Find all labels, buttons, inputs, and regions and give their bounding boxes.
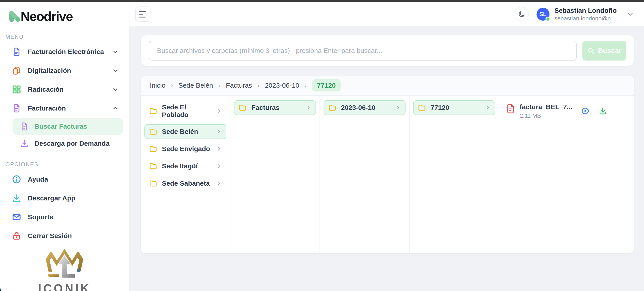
chevron-down-icon — [112, 86, 119, 93]
folder-name: Sede Belén — [162, 128, 198, 135]
user-name: Sebastian Londoño — [554, 6, 617, 15]
folder-name: Sede El Poblado — [162, 103, 211, 119]
dark-mode-toggle[interactable] — [514, 7, 529, 21]
folder-name: Sede Sabaneta — [162, 180, 210, 187]
column-77120: 77120 — [410, 96, 499, 253]
chevron-right-icon — [216, 146, 222, 152]
column-facturas: Facturas — [230, 96, 320, 253]
folder-name: Facturas — [252, 104, 280, 111]
menu-section-label: MENÚ — [5, 34, 129, 40]
explorer-card: Inicio › Sede Belén › Facturas › 2023-06… — [141, 76, 634, 253]
eye-icon — [581, 107, 590, 115]
folder-icon — [149, 127, 158, 136]
breadcrumb-item-77120[interactable]: 77120 — [312, 79, 340, 92]
folder-icon — [149, 107, 158, 115]
chevron-right-icon — [395, 105, 401, 111]
chevron-down-icon — [112, 49, 119, 55]
breadcrumb: Inicio › Sede Belén › Facturas › 2023-06… — [141, 76, 634, 96]
folder-icon — [149, 145, 158, 153]
folder-item-77120[interactable]: 77120 — [413, 100, 495, 115]
folder-icon — [149, 179, 158, 188]
folder-item-sede-sabaneta[interactable]: Sede Sabaneta — [144, 176, 226, 191]
copy-icon — [12, 66, 22, 76]
download-icon — [598, 107, 607, 115]
options-section-label: OPCIONES — [5, 161, 129, 168]
online-status-dot — [546, 17, 550, 22]
sidebar-item-cerrar-sesion[interactable]: Cerrar Sesión — [0, 226, 129, 245]
sidebar-item-label: Facturación Electrónica — [28, 48, 104, 56]
breadcrumb-separator: › — [304, 82, 306, 89]
column-files: factura_BEL_7... 2.11 MB — [499, 96, 634, 253]
app-title: Neodrive — [20, 9, 72, 24]
folder-icon — [418, 103, 426, 112]
chevron-right-icon — [484, 105, 490, 111]
column-fecha: 2023-06-10 — [320, 96, 410, 253]
user-email: sebastian.londono@n... — [554, 15, 617, 22]
preview-file-button[interactable] — [581, 107, 590, 115]
sidebar-item-descargar-app[interactable]: Descargar App — [0, 189, 129, 208]
breadcrumb-item-facturas[interactable]: Facturas — [226, 82, 252, 89]
sidebar-item-ayuda[interactable]: Ayuda — [0, 170, 129, 189]
download-icon — [12, 193, 22, 203]
document-icon — [20, 122, 29, 131]
sidebar-item-label: Facturación — [28, 105, 66, 112]
breadcrumb-item-sede-belen[interactable]: Sede Belén — [178, 82, 213, 89]
folder-name: Sede Envigado — [162, 145, 210, 153]
search-card: Buscar — [141, 36, 634, 66]
search-button-label: Buscar — [598, 47, 622, 55]
column-sedes: Sede El Poblado Sede Belén — [141, 96, 230, 253]
file-size: 2.11 MB — [520, 112, 572, 120]
sidebar-item-facturacion[interactable]: Facturación — [0, 99, 129, 118]
sidebar-item-label: Digitalización — [28, 67, 71, 74]
top-strip — [0, 0, 644, 2]
pdf-file-icon — [506, 103, 515, 114]
main-area: SL Sebastian Londoño sebastian.londono@n… — [130, 2, 644, 291]
chevron-right-icon — [305, 105, 312, 111]
breadcrumb-item-fecha[interactable]: 2023-06-10 — [265, 82, 299, 89]
sidebar-item-label: Radicación — [28, 86, 64, 93]
chevron-right-icon — [216, 163, 222, 169]
search-button[interactable]: Buscar — [582, 41, 626, 61]
sidebar-item-digitalizacion[interactable]: Digitalización — [0, 61, 129, 80]
sidebar-item-label: Soporte — [28, 213, 53, 221]
partner-logo-text: ICONIK — [0, 281, 129, 291]
sidebar-item-soporte[interactable]: Soporte — [0, 208, 129, 226]
folder-item-facturas[interactable]: Facturas — [234, 100, 316, 115]
search-input[interactable] — [149, 41, 576, 61]
download-icon — [20, 139, 29, 148]
avatar[interactable]: SL — [536, 8, 550, 21]
breadcrumb-separator: › — [218, 82, 220, 89]
sidebar-item-radicacion[interactable]: Radicación — [0, 80, 129, 99]
sidebar-subitem-descarga-por-demanda[interactable]: Descarga por Demanda — [12, 135, 123, 152]
file-name: factura_BEL_7... — [520, 102, 572, 111]
folder-item-sede-belen[interactable]: Sede Belén — [144, 124, 226, 139]
user-menu-chevron[interactable] — [626, 10, 634, 18]
folder-name: Sede Itagüí — [162, 162, 198, 170]
sidebar-item-label: Cerrar Sesión — [28, 232, 72, 240]
app-logo: Neodrive — [0, 2, 129, 24]
info-icon — [12, 174, 22, 184]
user-meta: Sebastian Londoño sebastian.londono@n... — [554, 6, 617, 22]
chevron-up-icon — [112, 105, 119, 112]
main-header: SL Sebastian Londoño sebastian.londono@n… — [130, 2, 644, 26]
search-icon — [587, 47, 595, 55]
folder-icon — [238, 103, 247, 112]
breadcrumb-item-inicio[interactable]: Inicio — [150, 82, 166, 89]
sidebar-item-label: Descargar App — [28, 194, 75, 202]
content: Buscar Inicio › Sede Belén › Facturas › … — [130, 26, 644, 291]
file-item[interactable]: factura_BEL_7... 2.11 MB — [504, 100, 628, 122]
moon-icon — [518, 10, 526, 18]
sidebar-toggle-button[interactable] — [135, 7, 150, 22]
sidebar-subitem-label: Descarga por Demanda — [34, 140, 110, 147]
sidebar-item-facturacion-electronica[interactable]: Facturación Electrónica — [0, 42, 129, 61]
chevron-right-icon — [216, 128, 222, 135]
miller-columns: Sede El Poblado Sede Belén — [141, 96, 634, 253]
chevron-down-icon — [112, 67, 119, 74]
folder-item-sede-el-poblado[interactable]: Sede El Poblado — [144, 100, 226, 122]
sidebar-subitem-buscar-facturas[interactable]: Buscar Facturas — [12, 118, 123, 135]
folder-name: 77120 — [430, 104, 449, 111]
folder-item-sede-envigado[interactable]: Sede Envigado — [144, 141, 226, 156]
folder-item-sede-itagui[interactable]: Sede Itagüí — [144, 159, 226, 173]
download-file-button[interactable] — [598, 107, 607, 115]
folder-item-2023-06-10[interactable]: 2023-06-10 — [324, 100, 406, 115]
